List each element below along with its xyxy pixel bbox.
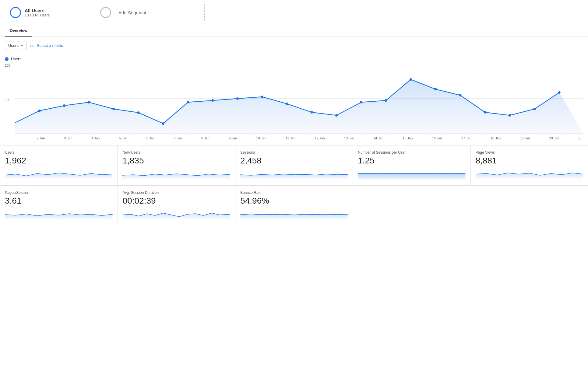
- chart-container: 200 100: [5, 64, 583, 143]
- svg-marker-3: [15, 79, 583, 134]
- segment-subtitle: 100.00% Users: [25, 13, 50, 17]
- svg-point-19: [410, 78, 412, 81]
- primary-metric-dropdown[interactable]: Users ▼: [5, 41, 27, 50]
- svg-point-16: [335, 114, 338, 117]
- add-segment-icon: [100, 7, 111, 18]
- stats-row-1: Users 1,962 New Users 1,835 Sessions 2,4…: [0, 145, 588, 186]
- svg-point-24: [533, 108, 536, 110]
- x-label-16jan: 16 Jan: [432, 136, 442, 140]
- stat-pages-session-chart: [5, 208, 113, 220]
- x-label-3jan: 3 Jan: [64, 136, 72, 140]
- svg-point-25: [558, 91, 561, 94]
- stat-pages-session-label: Pages/Session: [5, 191, 113, 195]
- all-users-segment[interactable]: All Users 100.00% Users: [5, 4, 90, 21]
- segment-bar: All Users 100.00% Users + Add Segment: [0, 0, 588, 25]
- svg-marker-32: [123, 213, 231, 220]
- chevron-down-icon: ▼: [20, 44, 23, 47]
- stat-sessions-per-user-chart: [358, 167, 465, 180]
- svg-point-6: [88, 101, 90, 103]
- svg-point-8: [137, 111, 140, 114]
- svg-point-5: [63, 104, 65, 107]
- y-label-200: 200: [5, 64, 10, 67]
- stat-sessions-value: 2,458: [240, 156, 348, 166]
- add-segment-label: + Add Segment: [115, 10, 146, 15]
- x-label-4jan: 4 Jan: [92, 136, 100, 140]
- stat-users-value: 1,962: [5, 156, 112, 166]
- stat-sessions-per-user-value: 1.25: [358, 156, 465, 166]
- x-label-7jan: 7 Jan: [174, 136, 182, 140]
- stat-sessions-per-user: Number of Sessions per User 1.25: [353, 145, 470, 186]
- segment-title: All Users: [25, 8, 50, 13]
- stat-new-users: New Users 1,835: [118, 145, 235, 186]
- svg-point-17: [360, 101, 362, 103]
- stat-sessions: Sessions 2,458: [235, 145, 353, 186]
- x-label-11jan: 11 Jan: [285, 136, 295, 140]
- tab-bar: Overview: [0, 25, 588, 37]
- x-label-14jan: 14 Jan: [373, 136, 383, 140]
- stat-bounce-rate-value: 54.96%: [240, 196, 348, 206]
- stat-page-views-value: 8,881: [476, 156, 583, 166]
- x-label-17jan: 17 Jan: [461, 136, 471, 140]
- add-segment-button[interactable]: + Add Segment: [95, 4, 205, 21]
- chart-x-labels: ... 2 Jan 3 Jan 4 Jan 5 Jan 6 Jan 7 Jan …: [15, 134, 583, 143]
- metric-selector: Users ▼ vs Select a metric: [0, 37, 588, 54]
- tab-overview[interactable]: Overview: [5, 25, 32, 37]
- stat-pages-session-value: 3.61: [5, 196, 113, 206]
- select-metric-link[interactable]: Select a metric: [37, 43, 63, 48]
- chart-svg: [15, 64, 583, 134]
- legend-dot: [5, 57, 9, 61]
- stat-users: Users 1,962: [0, 145, 118, 186]
- segment-info: All Users 100.00% Users: [25, 8, 50, 17]
- x-label-6jan: 6 Jan: [146, 136, 155, 140]
- chart-y-labels: 200 100: [5, 64, 10, 134]
- svg-point-22: [484, 111, 486, 114]
- x-label-5jan: 5 Jan: [119, 136, 127, 140]
- svg-point-11: [211, 99, 214, 102]
- svg-point-10: [187, 101, 189, 103]
- svg-point-20: [434, 88, 437, 90]
- stat-page-views-label: Page Views: [476, 150, 583, 155]
- x-label-2jan: 2 Jan: [37, 136, 45, 140]
- chart-legend: Users: [5, 54, 583, 64]
- svg-point-7: [112, 108, 115, 110]
- svg-point-4: [38, 110, 40, 112]
- x-label-9jan: 9 Jan: [229, 136, 237, 140]
- x-label-8jan: 8 Jan: [201, 136, 209, 140]
- chart-area: Users 200 100: [0, 54, 588, 143]
- x-label-end: 2...: [579, 136, 583, 140]
- stat-avg-session-value: 00:02:39: [123, 196, 231, 206]
- stat-new-users-label: New Users: [122, 150, 230, 155]
- stat-users-label: Users: [5, 150, 112, 155]
- primary-metric-label: Users: [8, 43, 19, 48]
- stat-new-users-chart: [122, 167, 230, 180]
- x-label-20jan: 20 Jan: [549, 136, 559, 140]
- stat-users-chart: [5, 167, 112, 180]
- svg-point-14: [286, 103, 288, 105]
- x-label-18jan: 18 Jan: [491, 136, 501, 140]
- stats-row-2: Pages/Session 3.61 Avg. Session Duration…: [0, 186, 588, 226]
- stat-bounce-rate: Bounce Rate 54.96%: [235, 186, 353, 226]
- y-label-100: 100: [5, 98, 10, 102]
- stat-sessions-per-user-label: Number of Sessions per User: [358, 150, 465, 155]
- all-users-icon: [10, 7, 21, 18]
- stat-page-views-chart: [476, 167, 583, 180]
- svg-point-13: [261, 96, 263, 98]
- x-label-10jan: 10 Jan: [256, 136, 266, 140]
- svg-point-21: [459, 94, 461, 96]
- x-label-12jan: 12 Jan: [315, 136, 325, 140]
- stat-avg-session-chart: [123, 208, 231, 220]
- svg-point-23: [509, 114, 511, 117]
- x-label-15jan: 15 Jan: [403, 136, 413, 140]
- legend-label: Users: [11, 57, 21, 61]
- x-label-13jan: 13 Jan: [344, 136, 354, 140]
- vs-label: vs: [30, 43, 34, 48]
- stat-sessions-label: Sessions: [240, 150, 348, 155]
- stat-sessions-chart: [240, 167, 348, 180]
- x-label-19jan: 19 Jan: [520, 136, 530, 140]
- stat-avg-session: Avg. Session Duration 00:02:39: [118, 186, 236, 226]
- x-label-ellipsis: ...: [15, 136, 17, 140]
- svg-point-15: [311, 111, 313, 114]
- svg-point-9: [162, 122, 164, 125]
- svg-point-18: [385, 99, 387, 102]
- stat-avg-session-label: Avg. Session Duration: [123, 191, 231, 195]
